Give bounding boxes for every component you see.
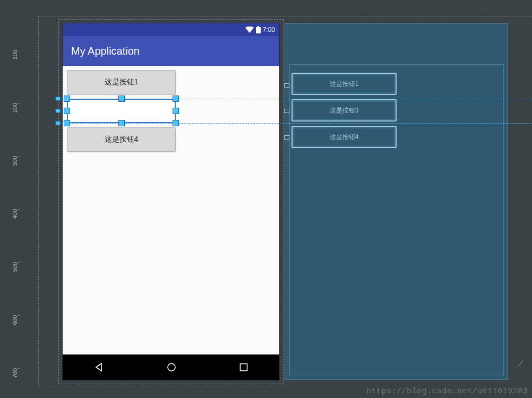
blueprint-button-1[interactable]: 这是按钮1 <box>291 73 397 95</box>
ruler-tick-label: 200 <box>12 103 18 113</box>
button-4-label: 这是按钮4 <box>105 135 139 144</box>
nav-back-icon[interactable] <box>94 362 104 372</box>
blueprint-button-4[interactable]: 这是按钮4 <box>291 126 397 148</box>
blueprint-pane[interactable]: 这是按钮1 这是按钮3 这是按钮4 <box>285 23 508 380</box>
wifi-icon <box>245 27 254 33</box>
watermark-text: https://blog.csdn.net/u011619283 <box>366 387 528 396</box>
blueprint-anchor-2[interactable] <box>284 109 289 113</box>
blueprint-button-3-label: 这是按钮3 <box>330 106 359 115</box>
device-outline-bottom-dash <box>38 386 293 386</box>
android-nav-bar <box>63 354 279 380</box>
svg-rect-1 <box>258 26 259 27</box>
ruler-tick-label: 100 <box>12 50 18 59</box>
ruler-tick-label: 400 <box>12 209 18 219</box>
ruler-tick-label: 500 <box>12 262 18 272</box>
blueprint-button-3[interactable]: 这是按钮3 <box>291 99 397 122</box>
button-4[interactable]: 这是按钮4 <box>67 127 176 152</box>
device-outline-top-dash <box>38 16 532 16</box>
button-1-label: 这是按钮1 <box>105 77 139 87</box>
canvas-resize-grip[interactable] <box>514 356 524 365</box>
blueprint-button-4-label: 这是按钮4 <box>330 133 359 142</box>
device-frame: 7:00 My Application 这是按钮1 <box>63 23 279 380</box>
battery-icon <box>256 26 261 33</box>
constraint-anchor-left-mid[interactable] <box>55 109 61 113</box>
nav-recent-icon[interactable] <box>239 363 248 371</box>
ruler-tick-label: 700 <box>12 368 18 378</box>
button-3-selected[interactable] <box>67 99 176 123</box>
button-1[interactable]: 这是按钮1 <box>67 70 176 94</box>
ruler-tick-label: 300 <box>12 156 18 166</box>
nav-home-icon[interactable] <box>167 362 176 372</box>
app-title: My Application <box>71 45 140 57</box>
app-content-area[interactable]: 这是按钮1 这是按钮4 <box>63 66 279 354</box>
ruler-vertical: 100 200 300 400 500 600 700 <box>0 0 19 398</box>
app-bar: My Application <box>63 36 279 66</box>
blueprint-anchor-3[interactable] <box>284 135 289 140</box>
svg-rect-3 <box>240 364 247 371</box>
device-outline-left-dash <box>38 16 39 386</box>
svg-rect-0 <box>256 27 261 33</box>
ruler-tick-label: 600 <box>12 315 18 325</box>
status-time: 7:00 <box>263 26 275 33</box>
svg-point-2 <box>168 364 175 371</box>
blueprint-button-1-label: 这是按钮1 <box>330 80 359 89</box>
alignment-guide-bottom <box>56 123 532 124</box>
android-status-bar: 7:00 <box>63 23 279 36</box>
blueprint-anchor-1[interactable] <box>284 83 289 88</box>
design-preview-pane[interactable]: 7:00 My Application 这是按钮1 <box>63 23 279 380</box>
